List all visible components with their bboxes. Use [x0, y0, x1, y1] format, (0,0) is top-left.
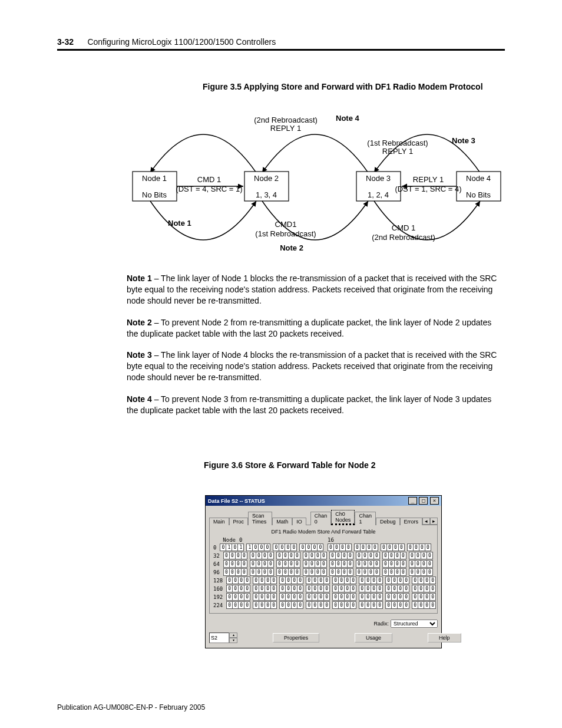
- bit-cell[interactable]: 0: [244, 577, 250, 584]
- tab-io[interactable]: IO: [292, 518, 306, 525]
- bit-cell[interactable]: 0: [320, 552, 327, 559]
- maximize-icon[interactable]: □: [419, 497, 428, 505]
- bit-cell[interactable]: 0: [359, 585, 365, 592]
- bit-cell[interactable]: 0: [356, 552, 362, 559]
- bit-cell[interactable]: 0: [344, 585, 350, 592]
- bit-cell[interactable]: 0: [226, 593, 232, 601]
- bit-cell[interactable]: 0: [376, 601, 383, 609]
- bit-cell[interactable]: 0: [288, 568, 294, 576]
- bit-cell[interactable]: 0: [250, 560, 256, 568]
- bit-cell[interactable]: 0: [306, 601, 312, 609]
- bit-cell[interactable]: 0: [400, 560, 406, 568]
- bit-cell[interactable]: 0: [335, 560, 341, 568]
- bit-cell[interactable]: 0: [421, 568, 427, 576]
- bit-cell[interactable]: 0: [226, 601, 232, 609]
- bit-cell[interactable]: 0: [359, 593, 365, 601]
- bit-cell[interactable]: 0: [412, 577, 418, 584]
- bit-cell[interactable]: 1: [226, 543, 232, 551]
- bit-cell[interactable]: 0: [294, 560, 300, 568]
- bit-cell[interactable]: 0: [385, 601, 391, 609]
- bit-cell[interactable]: 0: [421, 560, 427, 568]
- bit-cell[interactable]: 0: [253, 601, 259, 609]
- bit-cell[interactable]: 1: [246, 543, 252, 551]
- bit-cell[interactable]: 0: [270, 601, 277, 609]
- bit-cell[interactable]: 0: [238, 577, 244, 584]
- bit-cell[interactable]: 0: [291, 601, 297, 609]
- bit-cell[interactable]: 0: [376, 585, 383, 592]
- bit-cell[interactable]: 0: [382, 560, 388, 568]
- bit-cell[interactable]: 0: [365, 593, 371, 601]
- bit-cell[interactable]: 0: [297, 601, 303, 609]
- bit-cell[interactable]: 0: [306, 577, 312, 584]
- bit-cell[interactable]: 0: [354, 543, 360, 551]
- bit-cell[interactable]: 0: [318, 601, 323, 609]
- bit-cell[interactable]: 0: [403, 593, 409, 601]
- tab-math[interactable]: Math: [272, 518, 292, 525]
- bit-cell[interactable]: 0: [309, 568, 315, 576]
- bit-cell[interactable]: 0: [344, 577, 350, 584]
- bit-cell[interactable]: 0: [291, 593, 297, 601]
- bit-cell[interactable]: 0: [311, 543, 317, 551]
- tab-proc[interactable]: Proc: [229, 518, 249, 525]
- bit-cell[interactable]: 0: [391, 593, 397, 601]
- bit-cell[interactable]: 0: [238, 585, 244, 592]
- bit-cell[interactable]: 0: [305, 543, 311, 551]
- bit-cell[interactable]: 0: [371, 593, 376, 601]
- bit-cell[interactable]: 0: [320, 560, 327, 568]
- bit-cell[interactable]: 0: [429, 577, 436, 584]
- usage-button[interactable]: Usage: [355, 633, 392, 643]
- bit-cell[interactable]: 0: [359, 577, 365, 584]
- bit-cell[interactable]: 0: [350, 577, 356, 584]
- bit-cell[interactable]: 0: [418, 601, 424, 609]
- bit-cell[interactable]: 0: [297, 577, 303, 584]
- bit-cell[interactable]: 0: [412, 585, 418, 592]
- bit-cell[interactable]: 0: [285, 601, 291, 609]
- bit-cell[interactable]: 0: [332, 593, 338, 601]
- bit-cell[interactable]: 0: [285, 585, 291, 592]
- bit-cell[interactable]: 0: [341, 560, 347, 568]
- bit-cell[interactable]: 0: [244, 593, 250, 601]
- bit-cell[interactable]: 0: [362, 568, 368, 576]
- bit-cell[interactable]: 0: [259, 601, 265, 609]
- bit-cell[interactable]: 0: [256, 552, 262, 559]
- bit-cell[interactable]: 0: [391, 601, 397, 609]
- bit-cell[interactable]: 0: [427, 568, 433, 576]
- bit-cell[interactable]: 0: [338, 585, 344, 592]
- bit-cell[interactable]: 0: [373, 552, 380, 559]
- bit-cell[interactable]: 0: [256, 568, 262, 576]
- bit-cell[interactable]: 0: [394, 552, 400, 559]
- minimize-icon[interactable]: _: [408, 497, 417, 505]
- bit-cell[interactable]: 0: [267, 560, 274, 568]
- bit-cell[interactable]: 0: [400, 568, 406, 576]
- tab-chan1[interactable]: Chan 1: [355, 512, 376, 525]
- bit-cell[interactable]: 0: [315, 552, 320, 559]
- bit-cell[interactable]: 0: [429, 585, 436, 592]
- bit-cell[interactable]: 0: [338, 577, 344, 584]
- bit-cell[interactable]: 0: [335, 552, 341, 559]
- bit-cell[interactable]: 0: [270, 585, 277, 592]
- bit-cell[interactable]: 0: [265, 593, 270, 601]
- bit-cell[interactable]: 0: [344, 601, 350, 609]
- bit-cell[interactable]: 0: [297, 593, 303, 601]
- bit-cell[interactable]: 0: [253, 585, 259, 592]
- bit-cell[interactable]: 0: [320, 568, 327, 576]
- bit-cell[interactable]: 0: [241, 560, 247, 568]
- window-titlebar[interactable]: Data File S2 -- STATUS _ □ ×: [206, 496, 441, 506]
- bit-cell[interactable]: 0: [376, 593, 383, 601]
- bit-cell[interactable]: 0: [252, 543, 258, 551]
- bit-cell[interactable]: 0: [253, 593, 259, 601]
- bit-cell[interactable]: 0: [386, 543, 392, 551]
- bit-cell[interactable]: 0: [403, 577, 409, 584]
- bit-cell[interactable]: 0: [226, 577, 232, 584]
- bit-cell[interactable]: 0: [388, 560, 394, 568]
- bit-cell[interactable]: 0: [338, 601, 344, 609]
- tab-chan0[interactable]: Chan 0: [310, 512, 332, 525]
- bit-cell[interactable]: 0: [382, 552, 388, 559]
- bit-cell[interactable]: 0: [419, 543, 425, 551]
- bit-cell[interactable]: 0: [238, 593, 244, 601]
- tab-scroll-right-icon[interactable]: ▸: [430, 518, 438, 525]
- bit-cell[interactable]: 0: [323, 601, 330, 609]
- bit-cell[interactable]: 0: [282, 560, 288, 568]
- bit-cell[interactable]: 0: [381, 543, 386, 551]
- tab-scantimes[interactable]: Scan Times: [248, 512, 272, 525]
